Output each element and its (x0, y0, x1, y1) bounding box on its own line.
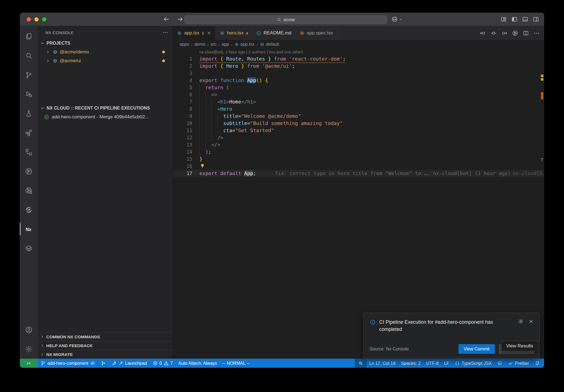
breadcrumb-item-app.tsx[interactable]: app.tsx (234, 42, 255, 47)
code-line-1[interactable]: 1import { Route, Routes } from 'react-ro… (173, 55, 544, 62)
section-nx-cloud[interactable]: NX CLOUD :: RECENT CI PIPELINE EXECUTION… (38, 104, 173, 113)
indent-guide (217, 120, 223, 127)
activity-item-gitlens[interactable] (20, 162, 38, 181)
code-line-3[interactable]: 3 (173, 70, 544, 77)
ellipsis-icon[interactable] (162, 29, 168, 36)
code-line-5[interactable]: 5 return ( (173, 84, 544, 91)
close-icon[interactable] (528, 318, 534, 324)
tab-hero.tsx[interactable]: hero.tsx4 (216, 26, 252, 40)
view-commit-button[interactable]: View Commit (459, 344, 495, 354)
activity-item-gitlens-inspect[interactable] (20, 181, 38, 200)
editor-action-changes[interactable] (490, 30, 497, 36)
code-line-16[interactable]: 16 (173, 163, 544, 170)
activity-item-settings[interactable] (20, 339, 38, 359)
status-item-notifications[interactable] (532, 359, 543, 368)
token: < (217, 106, 220, 112)
gitlens-icon (25, 167, 33, 175)
layout-control-layout-panel-right[interactable] (533, 16, 539, 23)
editor-action-run-graph[interactable] (512, 30, 518, 36)
status-item-graph[interactable] (98, 359, 109, 368)
code-editor[interactable]: nx-cloud[bot], 1 hour ago | 2 authors (Y… (173, 49, 544, 359)
status-item-language[interactable]: TypeScript JSX (452, 359, 494, 368)
breadcrumb-item-app[interactable]: app (222, 42, 229, 47)
code-line-6[interactable]: 6 <> (173, 91, 544, 98)
status-item-encoding[interactable]: UTF-8 (423, 359, 441, 368)
command-center[interactable]: acme (184, 15, 387, 24)
copilot-menu[interactable] (391, 16, 403, 23)
status-item-zoom[interactable] (355, 359, 367, 368)
token: < (217, 99, 220, 105)
overview-ruler[interactable]: T (540, 49, 544, 359)
status-item-indentation[interactable]: Spaces: 2 (398, 359, 423, 368)
tab-app.spec.tsx[interactable]: app.spec.tsx (295, 26, 337, 40)
status-item-copilot[interactable] (494, 359, 505, 368)
status-item-cursor-position[interactable]: Ln 17, Col 19 (367, 359, 398, 368)
section-help-and-feedback[interactable]: HELP AND FEEDBACK (38, 341, 173, 350)
code-line-17[interactable]: 17export default App;fix: correct typo i… (173, 170, 544, 177)
indent-guide (211, 98, 217, 105)
layout-control-layout-panel-left[interactable] (511, 16, 518, 23)
activity-item-account[interactable] (20, 320, 38, 339)
activity-item-run-debug[interactable] (20, 85, 38, 104)
gear-icon[interactable] (518, 318, 524, 324)
tab-app.tsx[interactable]: app.tsx3 (173, 26, 216, 40)
activity-item-references[interactable] (20, 142, 38, 162)
activity-item-nx-console[interactable]: N≥ (20, 219, 38, 239)
activity-item-testing[interactable] (20, 104, 38, 123)
project-item[interactable]: @acme/ui (38, 56, 173, 65)
code-line-13[interactable]: 13 </> (173, 141, 544, 148)
activity-item-extensions[interactable] (20, 123, 38, 142)
code-line-7[interactable]: 7 <h1>Home</h1> (173, 98, 544, 105)
breadcrumb-item-src[interactable]: src (211, 42, 216, 47)
zoom-window-button[interactable] (42, 17, 46, 21)
editor-action-next-change[interactable] (501, 30, 508, 36)
status-text: Launchpad (125, 361, 147, 366)
status-item-vim-mode[interactable]: -- NORMAL -- (220, 359, 252, 368)
code-line-4[interactable]: 4export function App() { (173, 77, 544, 84)
code-line-2[interactable]: 2import { Hero } from '@acme/ui'; (173, 62, 544, 70)
token: > (226, 99, 229, 105)
sidebar-title: NX CONSOLE (45, 30, 74, 35)
code-line-11[interactable]: 11 cta="Get Started" (173, 127, 544, 134)
status-item-launchpad[interactable]: Launchpad (109, 359, 150, 368)
activity-item-search[interactable] (20, 46, 38, 65)
lightbulb-icon[interactable] (199, 163, 205, 169)
status-item-branch[interactable]: add-hero-component (38, 359, 98, 368)
activity-item-explorer[interactable] (20, 27, 38, 46)
code-line-8[interactable]: 8 <Hero (173, 105, 544, 113)
pipeline-execution-item[interactable]: add-hero-component - Merge 409b44e5cb02.… (38, 113, 173, 121)
breadcrumb-item-demo[interactable]: demo (194, 42, 205, 47)
section-projects[interactable]: PROJECTS (38, 39, 173, 48)
editor-action-split-editor[interactable] (523, 30, 529, 36)
code-line-9[interactable]: 9 title="Welcome @acme/demo" (173, 113, 544, 120)
minimize-window-button[interactable] (34, 17, 39, 21)
breadcrumb-label: apps (180, 42, 189, 47)
tab-README.md[interactable]: README.md (252, 26, 295, 40)
section-common-nx-commands[interactable]: COMMON NX COMMANDS (38, 332, 173, 341)
breadcrumb-item-default[interactable]: default (260, 42, 279, 47)
pipeline-execution-label: add-hero-component - Merge 409b44e5cb02.… (52, 114, 149, 120)
code-line-10[interactable]: 10 subtitle="Build something amazing tod… (173, 120, 544, 127)
activity-item-containers[interactable] (20, 239, 38, 258)
layout-control-layout-customize[interactable] (500, 16, 507, 23)
remote-indicator[interactable] (20, 359, 38, 368)
code-line-14[interactable]: 14 ); (173, 148, 544, 156)
activity-item-source-control[interactable] (20, 65, 38, 85)
activity-item-edge-tools[interactable] (20, 200, 38, 219)
editor-action-more-actions[interactable] (533, 30, 540, 36)
close-window-button[interactable] (27, 17, 31, 21)
line-content: export default App;fix: correct typo in … (192, 170, 511, 177)
run-debug-icon (25, 90, 33, 98)
project-item[interactable]: @acme/demo (38, 48, 173, 56)
section-nx-migrate[interactable]: NX MIGRATE (38, 350, 173, 359)
code-line-15[interactable]: 15} (173, 156, 544, 163)
status-item-problems[interactable]: 07 (150, 359, 176, 368)
status-item-eol[interactable]: LF (441, 359, 452, 368)
layout-control-layout-panel-bottom[interactable] (522, 16, 528, 23)
editor-action-prev-change[interactable] (480, 30, 486, 36)
status-item-auto-attach[interactable]: Auto Attach: Always (176, 359, 220, 368)
code-line-12[interactable]: 12 /> (173, 134, 544, 141)
status-item-formatter[interactable]: Prettier (505, 359, 532, 368)
breadcrumb-item-apps[interactable]: apps (180, 42, 189, 47)
close-icon[interactable] (207, 31, 212, 36)
